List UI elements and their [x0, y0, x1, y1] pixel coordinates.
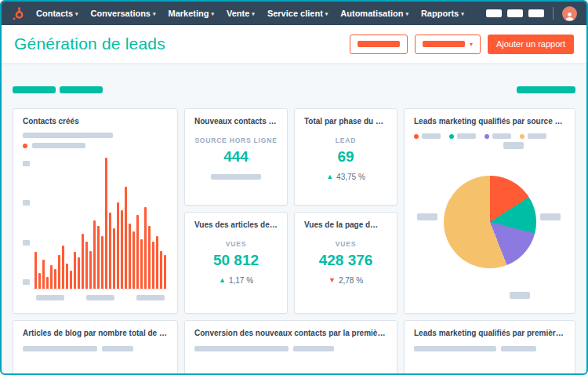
- bar: [46, 277, 49, 289]
- nav-item-marketing[interactable]: Marketing▾: [169, 9, 214, 18]
- filters-row: [13, 86, 575, 93]
- chevron-down-icon: ▾: [211, 11, 214, 17]
- report-card-mql-first-conversion: Leads marketing qualifiés par première c…: [404, 320, 575, 373]
- legend-item: [414, 133, 441, 139]
- filter-chip-redacted[interactable]: [60, 86, 103, 93]
- pie-legend: [414, 133, 565, 139]
- redacted-y-tick: [23, 161, 30, 166]
- filter-chip-redacted[interactable]: [517, 86, 575, 93]
- bar: [38, 273, 41, 289]
- bar: [121, 210, 123, 289]
- nav-item-service-client[interactable]: Service client▾: [267, 9, 328, 18]
- metric-delta: ▲ 1,17 %: [219, 276, 253, 285]
- bar: [82, 234, 84, 289]
- nav-actions: [486, 6, 577, 21]
- redacted-slice-label: [510, 292, 530, 299]
- bar: [105, 158, 107, 289]
- report-title[interactable]: Conversion des nouveaux contacts par la …: [194, 329, 387, 337]
- bar: [54, 269, 56, 289]
- redacted-x-label: [86, 295, 114, 300]
- legend-item: [520, 133, 546, 139]
- report-title[interactable]: Nouveaux contacts par…: [194, 117, 278, 126]
- bar: [62, 246, 64, 289]
- bar: [125, 187, 127, 289]
- legend-item: [449, 133, 476, 139]
- nav-item-label: Automatisation: [340, 9, 403, 18]
- bar: [50, 265, 53, 289]
- main-nav: Contacts▾Conversations▾Marketing▾Vente▾S…: [36, 9, 464, 18]
- redacted-content: [194, 346, 387, 351]
- metric-value: 428 376: [319, 252, 373, 269]
- nav-item-contacts[interactable]: Contacts▾: [36, 9, 78, 18]
- user-avatar[interactable]: [562, 6, 577, 21]
- hubspot-logo-icon[interactable]: [11, 6, 25, 20]
- legend-dot: [520, 134, 524, 139]
- metric-label: LEAD: [336, 137, 356, 144]
- bar: [117, 202, 119, 289]
- redacted-x-label: [136, 295, 165, 300]
- redacted-legend-label: [528, 133, 546, 139]
- redacted-content: [23, 346, 168, 351]
- nav-item-automatisation[interactable]: Automatisation▾: [340, 9, 408, 18]
- bar: [140, 239, 143, 289]
- trend-down-icon: ▼: [328, 277, 336, 284]
- report-title[interactable]: Total par phase du cycle de…: [304, 117, 387, 126]
- bar-chart-bars: [33, 158, 168, 289]
- filter-chip-redacted[interactable]: [13, 86, 56, 93]
- report-card-page-views: Vues de la page d… VUES 428 376 ▼ 2,78 %: [294, 212, 397, 314]
- nav-action-redacted[interactable]: [507, 9, 523, 17]
- page-title: Génération de leads: [14, 35, 165, 53]
- legend-dot: [485, 134, 489, 139]
- redacted-bar: [194, 346, 289, 351]
- delta-value: 1,17 %: [229, 276, 253, 285]
- bar: [34, 252, 37, 289]
- report-card-conversion-first: Conversion des nouveaux contacts par la …: [184, 320, 397, 373]
- report-title[interactable]: Articles de blog par nombre total de vue…: [23, 329, 168, 337]
- actions-dropdown-button-redacted[interactable]: ▾: [415, 35, 481, 54]
- metric-value: 69: [337, 148, 354, 166]
- top-nav: Contacts▾Conversations▾Marketing▾Vente▾S…: [2, 2, 586, 25]
- nav-item-label: Vente: [227, 9, 249, 18]
- report-title[interactable]: Leads marketing qualifiés par source d'o…: [414, 117, 565, 126]
- report-card-blog-by-total-views: Articles de blog par nombre total de vue…: [13, 320, 178, 373]
- legend-dot: [23, 144, 27, 148]
- dashboard-filters-redacted[interactable]: [13, 86, 103, 93]
- chevron-down-icon: ▾: [75, 11, 78, 17]
- report-title[interactable]: Vues des articles de blog: [194, 220, 278, 229]
- dashboard-filter-button-redacted[interactable]: [350, 35, 408, 54]
- report-title[interactable]: Contacts créés: [23, 117, 168, 126]
- metric-value: 444: [223, 148, 249, 166]
- chevron-down-icon: ▾: [252, 11, 255, 17]
- metric-delta: ▼ 2,78 %: [328, 276, 363, 285]
- nav-item-rapports[interactable]: Rapports▾: [421, 9, 464, 18]
- legend-dot: [449, 134, 454, 139]
- app-window: Contacts▾Conversations▾Marketing▾Vente▾S…: [0, 0, 588, 375]
- bar: [160, 251, 162, 289]
- nav-item-label: Conversations: [91, 9, 151, 18]
- bar: [58, 255, 60, 289]
- legend-item: [485, 133, 511, 139]
- bar: [85, 242, 88, 289]
- nav-item-conversations[interactable]: Conversations▾: [91, 9, 156, 18]
- report-title[interactable]: Vues de la page d…: [304, 220, 387, 229]
- report-card-mql-by-source: Leads marketing qualifiés par source d'o…: [404, 108, 575, 314]
- trend-up-icon: ▲: [219, 277, 226, 284]
- nav-item-label: Rapports: [421, 9, 459, 18]
- report-card-lifecycle-total: Total par phase du cycle de… LEAD 69 ▲ 4…: [294, 108, 397, 206]
- report-title[interactable]: Leads marketing qualifiés par première c…: [414, 329, 565, 337]
- nav-item-label: Marketing: [169, 9, 209, 18]
- nav-item-vente[interactable]: Vente▾: [227, 9, 255, 18]
- add-report-button[interactable]: Ajouter un rapport: [488, 35, 574, 54]
- bar: [78, 257, 80, 289]
- nav-action-redacted[interactable]: [486, 9, 502, 17]
- bar: [66, 264, 68, 289]
- x-axis-labels: [33, 289, 168, 305]
- bar: [144, 207, 147, 289]
- report-card-contacts-created: Contacts créés: [13, 108, 178, 314]
- bar: [164, 255, 166, 289]
- trend-up-icon: ▲: [326, 173, 333, 180]
- nav-action-redacted[interactable]: [528, 9, 544, 17]
- bar: [74, 252, 76, 289]
- redacted-y-tick: [23, 279, 30, 285]
- bar: [113, 228, 115, 289]
